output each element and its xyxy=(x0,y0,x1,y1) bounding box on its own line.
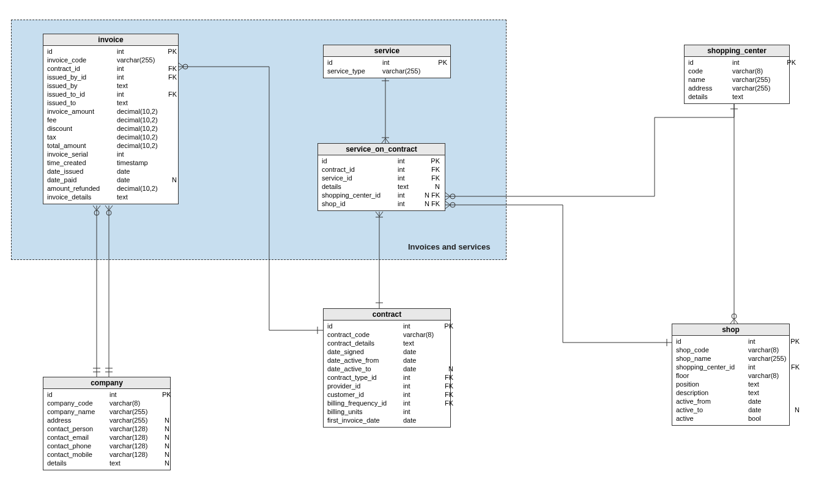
field-flags: PK xyxy=(166,47,177,56)
field-row: date_active_fromdate xyxy=(327,356,447,365)
field-flags xyxy=(789,397,800,406)
entity-shop[interactable]: shopidintPKshop_codevarchar(8)shop_namev… xyxy=(672,324,790,426)
field-flags: FK xyxy=(418,165,440,174)
entity-body: idintPKcontract_idintFKservice_idintFKde… xyxy=(318,155,445,210)
field-flags: N xyxy=(162,433,169,442)
field-type: text xyxy=(732,92,782,101)
field-type: int xyxy=(382,58,432,67)
field-name: amount_refunded xyxy=(47,184,117,193)
field-name: contract_id xyxy=(47,64,117,73)
field-row: discountdecimal(10,2) xyxy=(47,124,174,133)
field-type: varchar(128) xyxy=(110,442,160,450)
field-name: address xyxy=(47,416,110,424)
field-name: date_active_to xyxy=(327,365,403,373)
field-type: varchar(255) xyxy=(110,416,160,424)
field-flags: PK xyxy=(435,58,447,67)
field-type: text xyxy=(403,339,440,347)
field-flags xyxy=(166,81,177,90)
field-flags xyxy=(785,75,796,84)
field-flags xyxy=(785,67,796,75)
field-row: date_issueddate xyxy=(47,167,174,176)
field-row: billing_frequency_idintFK xyxy=(327,399,447,407)
field-type: varchar(255) xyxy=(110,407,160,416)
field-row: billing_unitsint xyxy=(327,407,447,416)
field-type: varchar(128) xyxy=(110,424,160,433)
entity-header: service xyxy=(324,45,450,57)
field-row: shopping_center_idintFK xyxy=(676,363,785,371)
field-row: issued_by_idintFK xyxy=(47,73,174,81)
field-type: text xyxy=(117,81,163,90)
field-type: varchar(128) xyxy=(110,433,160,442)
field-type: text xyxy=(748,380,786,388)
field-row: service_typevarchar(255) xyxy=(327,67,447,75)
field-row: floorvarchar(8) xyxy=(676,371,785,380)
field-row: shop_codevarchar(8) xyxy=(676,346,785,354)
entity-body: idintPKshop_codevarchar(8)shop_namevarch… xyxy=(672,336,789,425)
field-row: namevarchar(255) xyxy=(688,75,785,84)
field-type: int xyxy=(403,322,440,330)
entity-company[interactable]: companyidintPKcompany_codevarchar(8)comp… xyxy=(43,377,171,470)
field-row: date_paiddateN xyxy=(47,176,174,184)
field-type: date xyxy=(403,347,440,356)
field-name: active xyxy=(676,414,748,423)
entity-service[interactable]: serviceidintPKservice_typevarchar(255) xyxy=(323,45,451,78)
field-flags: FK xyxy=(166,64,177,73)
entity-service_on_contract[interactable]: service_on_contractidintPKcontract_idint… xyxy=(317,143,445,211)
field-flags xyxy=(166,184,177,193)
field-name: issued_to xyxy=(47,98,117,107)
field-row: total_amountdecimal(10,2) xyxy=(47,141,174,150)
field-flags xyxy=(166,141,177,150)
field-name: contact_person xyxy=(47,424,110,433)
field-name: contact_email xyxy=(47,433,110,442)
field-row: date_signeddate xyxy=(327,347,447,356)
entity-invoice[interactable]: invoiceidintPKinvoice_codevarchar(255)co… xyxy=(43,34,179,204)
field-type: decimal(10,2) xyxy=(117,124,163,133)
field-row: detailstextN xyxy=(322,182,441,191)
field-row: contract_detailstext xyxy=(327,339,447,347)
field-name: details xyxy=(47,459,110,467)
entity-shopping_center[interactable]: shopping_centeridintPKcodevarchar(8)name… xyxy=(684,45,790,104)
field-flags xyxy=(789,388,800,397)
field-flags: N xyxy=(166,176,177,184)
field-type: int xyxy=(748,337,786,346)
field-row: contact_personvarchar(128)N xyxy=(47,424,166,433)
field-type: int xyxy=(398,165,416,174)
field-type: int xyxy=(403,407,440,416)
field-name: date_signed xyxy=(327,347,403,356)
field-name: contract_code xyxy=(327,330,403,339)
entity-contract[interactable]: contractidintPKcontract_codevarchar(8)co… xyxy=(323,308,451,428)
field-type: text xyxy=(117,193,163,201)
field-name: shopping_center_id xyxy=(322,191,398,199)
field-flags xyxy=(789,346,800,354)
field-row: invoice_detailstext xyxy=(47,193,174,201)
field-flags: N xyxy=(162,459,169,467)
field-row: contact_emailvarchar(128)N xyxy=(47,433,166,442)
field-type: date xyxy=(748,397,786,406)
field-name: issued_by_id xyxy=(47,73,117,81)
field-flags: PK xyxy=(162,390,169,399)
field-name: tax xyxy=(47,133,117,141)
entity-header: company xyxy=(43,377,170,389)
field-type: varchar(128) xyxy=(110,450,160,459)
field-row: customer_idintFK xyxy=(327,390,447,399)
field-row: invoice_amountdecimal(10,2) xyxy=(47,107,174,116)
field-name: shop_code xyxy=(676,346,748,354)
field-name: contact_phone xyxy=(47,442,110,450)
field-row: invoice_serialint xyxy=(47,150,174,158)
field-type: varchar(255) xyxy=(748,354,786,363)
field-row: company_namevarchar(255) xyxy=(47,407,166,416)
field-name: description xyxy=(676,388,748,397)
field-name: invoice_amount xyxy=(47,107,117,116)
field-row: date_active_todateN xyxy=(327,365,447,373)
entity-body: idintPKcontract_codevarchar(8)contract_d… xyxy=(324,321,450,427)
field-row: positiontext xyxy=(676,380,785,388)
field-type: varchar(8) xyxy=(732,67,782,75)
field-flags xyxy=(166,116,177,124)
field-flags: PK xyxy=(785,58,796,67)
field-type: int xyxy=(732,58,782,67)
field-type: timestamp xyxy=(117,158,163,167)
field-row: contract_idintFK xyxy=(47,64,174,73)
field-row: addressvarchar(255)N xyxy=(47,416,166,424)
field-name: invoice_code xyxy=(47,56,117,64)
field-name: active_from xyxy=(676,397,748,406)
